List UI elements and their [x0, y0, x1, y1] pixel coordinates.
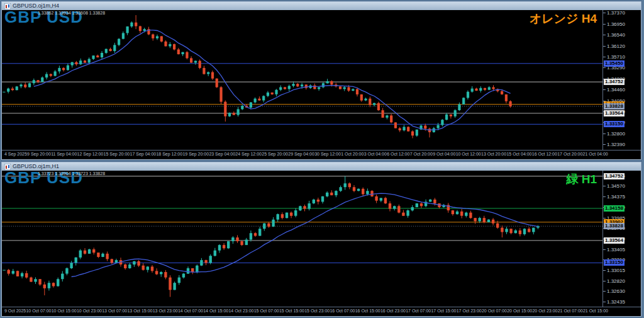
trading-terminal-workspace: GBPUSD.oj1m,H4 GBP USD 1.33862 1.33934 1…: [0, 0, 644, 318]
time-axis[interactable]: 9 Oct 202510 Oct 07:0010 Oct 15:0010 Oct…: [2, 307, 641, 316]
candlestick-plot[interactable]: [2, 171, 603, 307]
time-axis[interactable]: 4 Sep 20259 Sep 20:0011 Sep 04:0012 Sep …: [2, 150, 641, 159]
window-titlebar[interactable]: GBPUSD.oj1m,H4: [2, 2, 641, 10]
chart-area[interactable]: GBP USD 1.33723 1.33904 1.33723 1.33828 …: [2, 171, 641, 316]
chart-window-icon: [4, 164, 11, 170]
timeframe-note-label: 緑 H1: [566, 171, 597, 188]
h4-chart-window: GBPUSD.oj1m,H4 GBP USD 1.33862 1.33934 1…: [1, 1, 641, 160]
h1-chart-window: GBPUSD.oj1m,H1 GBP USD 1.33723 1.33904 1…: [1, 162, 641, 317]
window-title: GBPUSD.oj1m,H1: [13, 162, 59, 171]
chart-area[interactable]: GBP USD 1.33862 1.33934 1.33608 1.33828 …: [2, 10, 641, 159]
window-title: GBPUSD.oj1m,H4: [13, 2, 59, 10]
candlestick-plot[interactable]: [2, 10, 603, 150]
chart-window-icon: [4, 3, 11, 9]
ohlc-readout: 1.33862 1.33934 1.33608 1.33828: [38, 11, 105, 15]
price-axis[interactable]: 1.373701.369501.365401.361201.357101.352…: [602, 10, 641, 150]
window-titlebar[interactable]: GBPUSD.oj1m,H1: [2, 162, 641, 171]
price-axis[interactable]: 1.347651.345701.343751.341801.339851.337…: [602, 171, 641, 307]
timeframe-note-label: オレンジ H4: [530, 11, 597, 27]
ohlc-readout: 1.33723 1.33904 1.33723 1.33828: [38, 171, 105, 176]
